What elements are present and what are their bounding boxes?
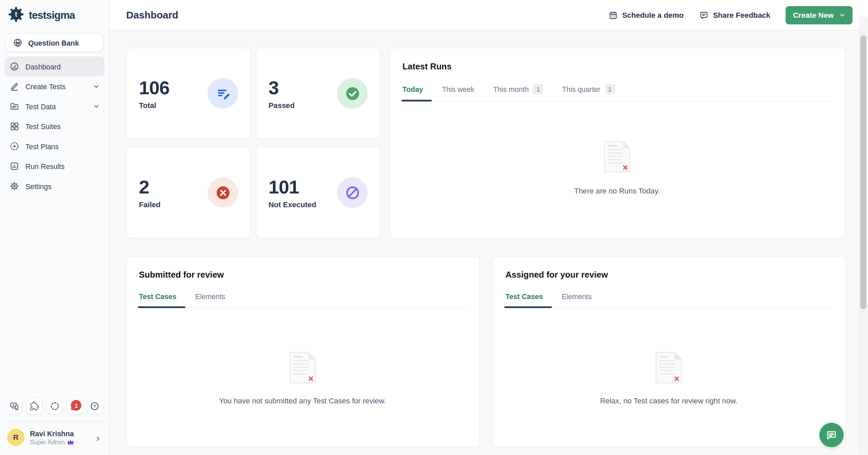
sidebar-item-settings[interactable]: Settings	[4, 176, 104, 196]
top-header: Dashboard Schedule a demo Shar	[110, 0, 859, 30]
brand-logo[interactable]: t testsigma	[0, 0, 109, 30]
tab-elements[interactable]: Elements	[195, 293, 225, 308]
tab-test-cases[interactable]: Test Cases	[505, 293, 543, 308]
passed-label: Passed	[268, 101, 294, 110]
sidebar-tool-row: ★	[0, 398, 109, 415]
chevron-down-icon	[93, 83, 100, 90]
tab-this-month[interactable]: This month 1	[493, 84, 543, 101]
sidebar-item-question-bank[interactable]: Question Bank	[6, 33, 103, 52]
svg-text:?: ?	[93, 404, 96, 409]
pen-icon	[9, 82, 20, 91]
total-label: Total	[139, 101, 169, 110]
crown-icon	[67, 439, 74, 445]
tab-this-week[interactable]: This week	[442, 84, 474, 101]
user-role: Super Admin	[30, 438, 65, 445]
sidebar-item-label: Create Tests	[26, 82, 66, 90]
latest-runs-empty-text: There are no Runs Today.	[574, 187, 660, 195]
sidebar-item-label: Test Plans	[26, 142, 59, 150]
x-circle-icon	[208, 177, 238, 208]
sidebar-item-create-tests[interactable]: Create Tests	[4, 77, 104, 96]
sync-button[interactable]	[46, 398, 63, 415]
devices-icon: ★	[9, 401, 20, 411]
tab-elements[interactable]: Elements	[562, 293, 592, 308]
feedback-bubble-icon	[699, 10, 709, 20]
submitted-tabs: Test Cases Elements	[139, 293, 466, 308]
svg-text:★: ★	[12, 403, 14, 407]
sidebar-item-label: Dashboard	[26, 62, 61, 71]
sidebar-item-label: Run Results	[26, 162, 65, 170]
sidebar-item-test-plans[interactable]: Test Plans	[4, 137, 104, 156]
page-title: Dashboard	[126, 9, 178, 21]
chevron-right-icon[interactable]	[95, 434, 101, 441]
submitted-empty-text: You have not submitted any Test Cases fo…	[219, 397, 386, 405]
sidebar-item-label: Test Data	[26, 102, 56, 111]
sidebar-item-dashboard[interactable]: Dashboard	[4, 57, 104, 77]
bar-chart-icon	[9, 161, 20, 171]
tab-today[interactable]: Today	[402, 84, 423, 101]
help-button[interactable]: ?	[87, 398, 103, 415]
total-count: 106	[139, 77, 169, 98]
chat-fab-button[interactable]	[819, 423, 844, 447]
scrollbar-track[interactable]	[859, 17, 868, 455]
sidebar-nav: Dashboard Create Tests	[0, 57, 109, 196]
share-feedback-link[interactable]: Share Feedback	[699, 10, 770, 20]
chevron-down-icon	[839, 12, 845, 18]
empty-document-icon	[289, 351, 316, 383]
submitted-title: Submitted for review	[139, 270, 466, 280]
playlist-edit-icon	[208, 78, 238, 109]
empty-document-icon	[656, 351, 682, 383]
avatar: R	[7, 429, 24, 446]
folder-data-icon	[9, 101, 20, 111]
sidebar-item-test-data[interactable]: Test Data	[4, 96, 104, 116]
sidebar-item-label: Question Bank	[28, 38, 79, 47]
sidebar-item-run-results[interactable]: Run Results	[4, 156, 104, 176]
failed-label: Failed	[139, 200, 160, 209]
user-profile[interactable]: R Ravi Krishna Super Admin	[0, 422, 109, 455]
user-name: Ravi Krishna	[30, 429, 74, 438]
assigned-title: Assigned for your review	[505, 270, 832, 280]
sidebar: t testsigma Question Bank	[0, 0, 110, 455]
not-executed-count: 101	[268, 176, 316, 198]
latest-runs-tabs: Today This week This month 1 This quarte…	[402, 84, 832, 101]
tab-test-cases[interactable]: Test Cases	[139, 293, 177, 308]
play-dashed-circle-icon	[9, 141, 20, 151]
create-new-button[interactable]: Create New	[786, 6, 852, 24]
scrollbar-gutter	[859, 0, 868, 455]
passed-count: 3	[268, 77, 294, 98]
sidebar-item-label: Test Suites	[26, 122, 61, 131]
failed-count: 2	[139, 176, 160, 198]
globe-arrow-icon	[13, 37, 23, 48]
empty-document-icon	[604, 140, 630, 172]
tab-count-badge: 1	[605, 84, 615, 94]
notification-badge: 1	[71, 400, 82, 410]
schedule-demo-link[interactable]: Schedule a demo	[608, 10, 684, 20]
help-circle-icon: ?	[90, 401, 100, 411]
stat-card-failed[interactable]: 2 Failed	[126, 147, 251, 238]
gear-icon	[9, 181, 20, 191]
tab-this-quarter[interactable]: This quarter 1	[562, 84, 615, 101]
notifications-button[interactable]: 1	[67, 398, 83, 415]
testsigma-gear-logo-icon: t	[8, 7, 24, 25]
stat-card-passed[interactable]: 3 Passed	[256, 48, 380, 139]
latest-runs-panel: Latest Runs Today This week This month 1…	[390, 48, 845, 239]
stat-card-total[interactable]: 106 Total	[126, 48, 251, 139]
devices-button[interactable]: ★	[6, 398, 23, 415]
submitted-review-panel: Submitted for review Test Cases Elements	[126, 256, 480, 447]
main-content: 106 Total 3 Passed	[110, 30, 859, 455]
check-circle-icon	[337, 78, 368, 109]
app-window: t testsigma Question Bank	[0, 0, 868, 455]
plugins-button[interactable]	[26, 398, 42, 415]
chat-bubble-icon	[826, 429, 838, 441]
sidebar-item-label: Settings	[26, 182, 52, 191]
scrollbar-thumb[interactable]	[860, 35, 866, 309]
stat-card-not-executed[interactable]: 101 Not Executed	[256, 147, 380, 238]
tab-count-badge: 1	[533, 84, 544, 94]
puzzle-icon	[29, 401, 39, 411]
svg-text:t: t	[15, 10, 17, 18]
ban-icon	[337, 177, 368, 208]
not-executed-label: Not Executed	[268, 200, 316, 209]
assigned-tabs: Test Cases Elements	[505, 293, 832, 308]
sidebar-item-test-suites[interactable]: Test Suites	[4, 116, 104, 136]
chevron-down-icon	[93, 103, 100, 110]
dashboard-gauge-icon	[9, 61, 20, 72]
